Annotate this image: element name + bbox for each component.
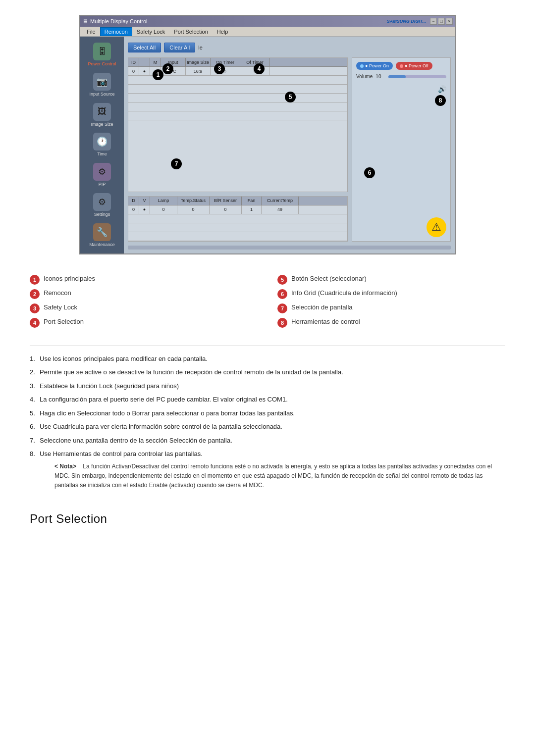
legend-item-2: 2 Remocon [30, 289, 258, 299]
cell-imgsize: 16:9 [186, 67, 211, 75]
legend-item-5: 5 Botón Select (seleccionar) [277, 274, 505, 285]
number-badge-4: 4 [254, 63, 265, 74]
top-grid-row-empty-3 [128, 94, 347, 102]
mdc-main-panel: Select All Clear All le ID [124, 37, 455, 253]
bottom-grid-row-empty-3 [128, 232, 347, 241]
legend-text-3: Safety Lock [44, 303, 77, 312]
bottom-grid: D V Lamp Temp.Status B/R Senser Fan Curr… [128, 196, 348, 242]
body-list: Use los iconos principales para modifica… [30, 354, 505, 491]
legend-num-4: 4 [30, 318, 40, 328]
select-all-button[interactable]: Select All [128, 43, 161, 52]
col-header-id: ID [128, 58, 139, 66]
port-selection-heading: Port Selection [0, 502, 535, 531]
body-item-8: Use Herramientas de control para control… [30, 449, 505, 490]
col-header-check [139, 58, 150, 66]
volume-row: Volume 10 [356, 74, 446, 79]
legend-item-3: 3 Safety Lock [30, 303, 258, 313]
menu-safety-lock[interactable]: Safety Lock [132, 27, 169, 36]
clear-all-button[interactable]: Clear All [164, 43, 195, 52]
sidebar-item-settings[interactable]: ⚙ Settings [82, 191, 122, 219]
close-button[interactable]: × [446, 18, 453, 25]
power-off-button[interactable]: ● Power Off [396, 62, 432, 70]
body-item-6: Use Cuadrícula para ver cierta informaci… [30, 422, 505, 432]
bcol-header-lamp: Lamp [150, 197, 177, 205]
sidebar-item-maintenance[interactable]: 🔧 Maintenance [82, 221, 122, 250]
power-off-label: ● Power Off [405, 63, 428, 68]
control-panel: ● Power On ● Power Off Volume 10 [352, 57, 451, 242]
mdc-app-window: 🖥 Multiple Display Control SAMSUNG DIGIT… [79, 15, 456, 254]
legend-num-3: 3 [30, 303, 40, 313]
sidebar-input-source-label: Input Source [89, 92, 114, 97]
spacer [356, 97, 446, 213]
minimize-button[interactable]: − [430, 18, 437, 25]
settings-icon: ⚙ [93, 193, 111, 211]
grids-container: ID M Input Image Size On Timer Of Timer [128, 57, 348, 242]
power-on-button[interactable]: ● Power On [356, 62, 393, 70]
legend-num-2: 2 [30, 289, 40, 299]
legend-num-1: 1 [30, 275, 40, 285]
bcell-brsenser: 0 [210, 205, 242, 214]
bcol-header-v: V [139, 197, 150, 205]
app-icon: 🖥 [82, 18, 88, 25]
bottom-grid-row-empty-2 [128, 223, 347, 232]
legend-left: 1 Iconos principales 2 Remocon 3 Safety … [30, 274, 258, 328]
legend-text-4: Port Selection [44, 317, 84, 326]
bcol-header-fan: Fan [242, 197, 262, 205]
bcol-header-tempstatus: Temp.Status [177, 197, 210, 205]
body-item-2: Permite que se active o se desactive la … [30, 367, 505, 377]
bcol-header-currenttemp: CurrentTemp [262, 197, 299, 205]
sidebar-item-power-control[interactable]: 🎛 Power Control [82, 41, 122, 69]
sidebar-item-image-size[interactable]: 🖼 Image Size [82, 101, 122, 129]
sidebar-item-time[interactable]: 🕐 Time [82, 131, 122, 159]
legend-num-5: 5 [277, 275, 287, 285]
number-badge-6: 6 [364, 167, 375, 178]
legend-text-1: Iconos principales [44, 274, 95, 283]
legend-text-8: Herramientas de control [291, 317, 360, 326]
maximize-button[interactable]: □ [438, 18, 445, 25]
number-badge-5: 5 [285, 92, 296, 102]
volume-slider[interactable] [388, 75, 446, 78]
power-on-label: ● Power On [365, 63, 389, 68]
image-size-icon: 🖼 [93, 103, 111, 121]
screenshot-area: 1 2 3 4 5 6 7 8 🖥 Multiple Display Contr… [0, 0, 535, 264]
top-grid-row-empty-2 [128, 85, 347, 94]
body-item-5: Haga clic en Seleccionar todo o Borrar p… [30, 408, 505, 418]
nota-tag: < Nota> [54, 463, 76, 470]
legend-num-8: 8 [277, 318, 287, 328]
legend-grid: 1 Iconos principales 2 Remocon 3 Safety … [30, 274, 505, 328]
number-badge-1: 1 [153, 69, 163, 80]
body-item-4: La configuración para el puerto serie de… [30, 395, 505, 404]
legend-right: 5 Botón Select (seleccionar) 6 Info Grid… [277, 274, 505, 328]
titlebar-controls: − □ × [430, 18, 453, 25]
sidebar-pip-label: PIP [99, 182, 106, 187]
power-control-icon: 🎛 [93, 43, 111, 60]
menu-remocon[interactable]: Remocon [100, 27, 132, 36]
speaker-icon: 🔊 [438, 85, 446, 93]
sidebar-power-control-label: Power Control [88, 61, 116, 67]
cell-check: ● [139, 67, 150, 75]
legend-item-8: 8 Herramientas de control [277, 317, 505, 328]
content-area: ID M Input Image Size On Timer Of Timer [128, 57, 451, 242]
power-buttons-row: ● Power On ● Power Off [356, 62, 446, 70]
bcell-tempstatus: 0 [177, 205, 210, 214]
pip-icon: ⚙ [93, 163, 111, 181]
sidebar-time-label: Time [97, 151, 107, 157]
sidebar-item-input-source[interactable]: 📷 Input Source [82, 71, 122, 99]
menu-help[interactable]: Help [213, 27, 233, 36]
legend-text-2: Remocon [44, 289, 71, 298]
bcell-currenttemp: 49 [262, 205, 299, 214]
sidebar-item-pip[interactable]: ⚙ PIP [82, 161, 122, 189]
scrollbar[interactable] [128, 246, 451, 250]
number-badge-2: 2 [162, 63, 173, 74]
app-title: Multiple Display Control [90, 18, 148, 24]
col-header-imgsize: Image Size [186, 58, 211, 66]
sidebar: 🎛 Power Control 📷 Input Source 🖼 Image S… [80, 37, 124, 253]
bcol-header-brsenser: B/R Senser [210, 197, 242, 205]
legend-item-7: 7 Selección de pantalla [277, 303, 505, 313]
menu-file[interactable]: File [82, 27, 100, 36]
menu-port-selection[interactable]: Port Selection [169, 27, 212, 36]
alert-icon: ⚠ [427, 217, 446, 237]
bottom-grid-row-empty-1 [128, 214, 347, 223]
samsung-logo: SAMSUNG DIGIT... [387, 19, 426, 24]
sidebar-image-size-label: Image Size [91, 122, 113, 127]
